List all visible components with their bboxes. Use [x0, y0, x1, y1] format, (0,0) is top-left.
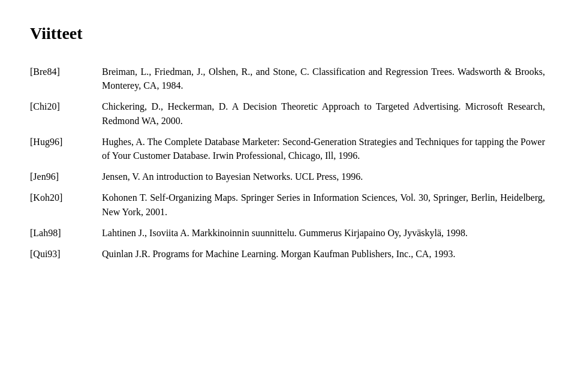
- ref-text: Chickering, D., Heckerman, D. A Decision…: [102, 96, 545, 131]
- table-row: [Hug96]Hughes, A. The Complete Database …: [30, 131, 545, 166]
- ref-text: Kohonen T. Self-Organizing Maps. Springe…: [102, 187, 545, 222]
- ref-text: Jensen, V. An introduction to Bayesian N…: [102, 166, 545, 187]
- ref-key: [Jen96]: [30, 166, 102, 187]
- ref-key: [Qui93]: [30, 243, 102, 264]
- ref-key: [Bre84]: [30, 61, 102, 96]
- references-table: [Bre84]Breiman, L., Friedman, J., Olshen…: [30, 61, 545, 264]
- ref-text: Lahtinen J., Isoviita A. Markkinoinnin s…: [102, 222, 545, 243]
- table-row: [Bre84]Breiman, L., Friedman, J., Olshen…: [30, 61, 545, 96]
- ref-text: Hughes, A. The Complete Database Markete…: [102, 131, 545, 166]
- ref-key: [Lah98]: [30, 222, 102, 243]
- table-row: [Chi20]Chickering, D., Heckerman, D. A D…: [30, 96, 545, 131]
- table-row: [Koh20]Kohonen T. Self-Organizing Maps. …: [30, 187, 545, 222]
- table-row: [Qui93]Quinlan J.R. Programs for Machine…: [30, 243, 545, 264]
- ref-key: [Hug96]: [30, 131, 102, 166]
- page-title: Viitteet: [30, 24, 545, 43]
- ref-key: [Koh20]: [30, 187, 102, 222]
- ref-text: Quinlan J.R. Programs for Machine Learni…: [102, 243, 545, 264]
- ref-text: Breiman, L., Friedman, J., Olshen, R., a…: [102, 61, 545, 96]
- table-row: [Jen96]Jensen, V. An introduction to Bay…: [30, 166, 545, 187]
- table-row: [Lah98]Lahtinen J., Isoviita A. Markkino…: [30, 222, 545, 243]
- ref-key: [Chi20]: [30, 96, 102, 131]
